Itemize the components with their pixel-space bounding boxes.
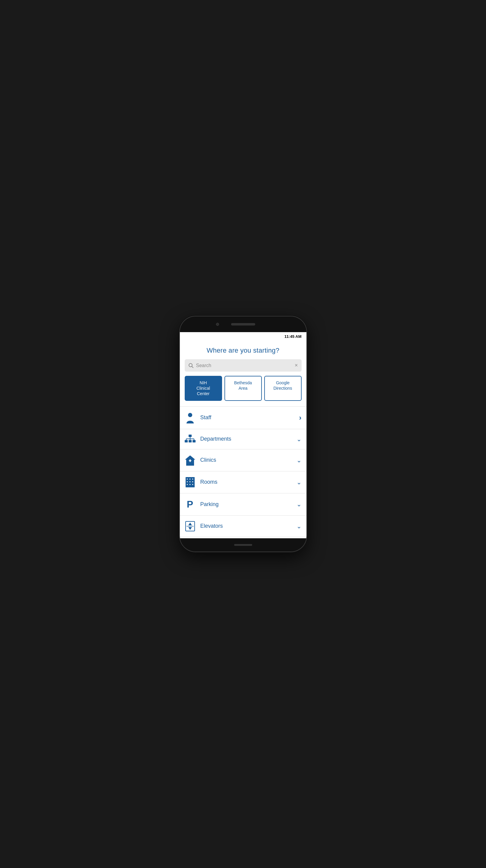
- phone-top-hardware: [180, 316, 306, 332]
- menu-item-departments[interactable]: Departments ⌄: [180, 429, 306, 450]
- menu-item-clinics[interactable]: Clinics ⌄: [180, 450, 306, 471]
- search-placeholder: Search: [196, 363, 292, 368]
- svg-rect-25: [189, 484, 191, 485]
- parking-icon: P: [185, 499, 196, 510]
- rooms-chevron: ⌄: [296, 478, 302, 486]
- svg-rect-19: [189, 478, 191, 480]
- menu-item-elevators[interactable]: Elevators ⌄: [180, 516, 306, 537]
- staff-chevron: ›: [299, 413, 302, 422]
- menu-item-staff[interactable]: Staff ›: [180, 407, 306, 429]
- app-header: Where are you starting?: [180, 341, 306, 358]
- svg-rect-24: [187, 484, 188, 485]
- staff-icon: [185, 412, 196, 424]
- search-bar[interactable]: Search ×: [185, 359, 302, 372]
- tab-google-directions[interactable]: GoogleDirections: [264, 376, 302, 401]
- svg-line-1: [192, 366, 193, 368]
- departments-icon: [185, 435, 196, 444]
- departments-label: Departments: [200, 436, 292, 442]
- svg-rect-6: [185, 440, 188, 442]
- departments-chevron: ⌄: [296, 435, 302, 443]
- menu-list: Staff ›: [180, 406, 306, 538]
- tab-nih-clinical-center[interactable]: NIHClinicalCenter: [185, 376, 222, 401]
- svg-rect-5: [189, 435, 192, 437]
- svg-rect-4: [190, 417, 190, 419]
- svg-marker-29: [188, 527, 192, 530]
- phone-camera: [216, 323, 219, 326]
- menu-item-parking[interactable]: P Parking ⌄: [180, 493, 306, 516]
- search-icon: [188, 363, 194, 368]
- screen: Where are you starting? Search × NIHClin…: [180, 341, 306, 538]
- location-tabs: NIHClinicalCenter BethesdaArea GoogleDir…: [185, 376, 302, 401]
- parking-chevron: ⌄: [296, 501, 302, 508]
- elevators-chevron: ⌄: [296, 523, 302, 530]
- clinics-icon: [185, 455, 196, 466]
- svg-marker-28: [188, 523, 192, 525]
- phone-frame: 11:45 AM Where are you starting? Search …: [180, 316, 306, 552]
- svg-rect-21: [187, 481, 188, 483]
- phone-bottom-hardware: [180, 538, 306, 552]
- svg-rect-20: [192, 478, 193, 480]
- svg-rect-18: [187, 478, 188, 480]
- svg-rect-26: [192, 484, 193, 485]
- tab-bethesda-area[interactable]: BethesdaArea: [224, 376, 262, 401]
- svg-rect-23: [192, 481, 193, 483]
- rooms-label: Rooms: [200, 479, 292, 485]
- svg-rect-7: [189, 440, 192, 442]
- page-title: Where are you starting?: [185, 347, 302, 354]
- clinics-chevron: ⌄: [296, 457, 302, 464]
- elevators-label: Elevators: [200, 523, 292, 529]
- status-time: 11:45 AM: [285, 334, 302, 339]
- elevators-icon: [185, 521, 196, 531]
- rooms-icon: [185, 477, 196, 488]
- svg-point-2: [188, 413, 192, 417]
- status-bar: 11:45 AM: [180, 332, 306, 341]
- svg-rect-16: [190, 459, 190, 462]
- search-clear-icon[interactable]: ×: [295, 362, 298, 369]
- parking-label: Parking: [200, 501, 292, 507]
- phone-speaker: [231, 323, 255, 326]
- svg-rect-22: [189, 481, 191, 483]
- clinics-label: Clinics: [200, 457, 292, 463]
- home-button[interactable]: [234, 544, 252, 546]
- svg-rect-8: [193, 440, 196, 442]
- staff-label: Staff: [200, 414, 294, 421]
- menu-item-rooms[interactable]: Rooms ⌄: [180, 471, 306, 493]
